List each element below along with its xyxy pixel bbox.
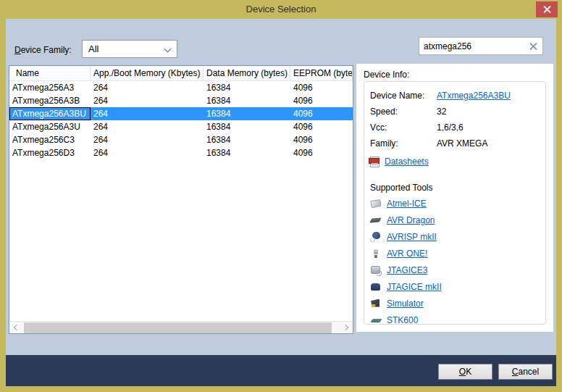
ok-button[interactable]: OK bbox=[438, 364, 492, 380]
device-family-label: Device Family: bbox=[14, 45, 72, 55]
window-title: Device Selection bbox=[0, 4, 562, 14]
atmel-ice-icon bbox=[370, 198, 382, 209]
horizontal-scrollbar[interactable] bbox=[9, 321, 353, 333]
jtagice-mkii-icon bbox=[370, 281, 382, 293]
cancel-button[interactable]: Cancel bbox=[498, 364, 553, 380]
table-cell: 4096 bbox=[290, 94, 353, 107]
table-cell: 16384 bbox=[204, 94, 290, 107]
device-name-link[interactable]: ATxmega256A3BU bbox=[437, 91, 511, 101]
field-value: 32 bbox=[437, 107, 446, 117]
avrisp-mkii-icon bbox=[370, 231, 382, 243]
table-cell: 16384 bbox=[204, 133, 290, 146]
table-cell: 264 bbox=[91, 81, 204, 94]
device-family-select[interactable]: All bbox=[82, 40, 177, 58]
field-label: Family: bbox=[370, 138, 437, 149]
field-value: 1,6/3,6 bbox=[437, 122, 464, 133]
tool-row: AVR ONE! bbox=[370, 245, 540, 262]
table-cell: 264 bbox=[91, 120, 204, 133]
table-cell: 264 bbox=[91, 107, 204, 120]
table-cell: 264 bbox=[91, 146, 204, 159]
device-info-title: Device Info: bbox=[356, 64, 553, 80]
table-cell: 264 bbox=[91, 94, 204, 107]
supported-tools-list: Atmel-ICEAVR DragonAVRISP mkIIAVR ONE!JT… bbox=[370, 195, 540, 325]
title-bar: Device Selection bbox=[0, 0, 562, 19]
device-info-panel: Device Info: Device Name:ATxmega256A3BUS… bbox=[356, 64, 553, 332]
table-row[interactable]: ATxmega256C3264163844096 bbox=[9, 133, 353, 146]
simulator-icon bbox=[370, 298, 382, 309]
device-table-body: ATxmega256A3264163844096ATxmega256A3B264… bbox=[9, 81, 353, 159]
table-cell: 264 bbox=[91, 133, 204, 146]
stk600-icon bbox=[370, 314, 382, 325]
table-cell: 4096 bbox=[290, 107, 353, 120]
column-header[interactable]: App./Boot Memory (Kbytes) bbox=[91, 66, 204, 81]
tool-row: STK600 bbox=[370, 312, 540, 325]
device-table: NameApp./Boot Memory (Kbytes)Data Memory… bbox=[9, 65, 353, 334]
table-cell: 4096 bbox=[290, 81, 353, 94]
device-info-box: Device Name:ATxmega256A3BUSpeed:32Vcc:1,… bbox=[364, 81, 546, 325]
table-cell: 4096 bbox=[290, 146, 353, 159]
tool-link[interactable]: AVR Dragon bbox=[387, 215, 435, 225]
jtagice3-icon bbox=[370, 264, 382, 276]
tool-row: Simulator bbox=[370, 295, 540, 312]
table-row[interactable]: ATxmega256A3264163844096 bbox=[9, 81, 353, 94]
scrollbar-thumb[interactable] bbox=[24, 322, 332, 333]
column-header[interactable]: EEPROM (bytes) bbox=[290, 66, 353, 81]
tool-link[interactable]: AVRISP mkII bbox=[387, 232, 437, 242]
table-row[interactable]: ATxmega256A3BU264163844096 bbox=[9, 107, 353, 120]
field-label: Vcc: bbox=[370, 122, 437, 133]
table-cell: ATxmega256A3U bbox=[9, 120, 91, 133]
table-cell: ATxmega256C3 bbox=[9, 133, 91, 146]
table-cell: 16384 bbox=[204, 81, 290, 94]
search-input[interactable] bbox=[424, 38, 525, 54]
device-family-value: All bbox=[88, 43, 98, 54]
scroll-left-icon[interactable] bbox=[14, 325, 20, 330]
close-icon bbox=[543, 6, 551, 14]
table-cell: 4096 bbox=[290, 133, 353, 146]
tool-link[interactable]: JTAGICE mkII bbox=[387, 282, 442, 292]
column-header[interactable]: Name bbox=[9, 66, 91, 81]
table-cell: ATxmega256D3 bbox=[9, 146, 91, 159]
scroll-right-icon[interactable] bbox=[343, 325, 348, 330]
tool-link[interactable]: AVR ONE! bbox=[387, 249, 427, 259]
table-cell: 4096 bbox=[290, 120, 353, 133]
device-fields: Device Name:ATxmega256A3BUSpeed:32Vcc:1,… bbox=[370, 88, 540, 151]
table-row[interactable]: ATxmega256D3264163844096 bbox=[9, 146, 353, 159]
table-cell: ATxmega256A3B bbox=[9, 94, 91, 107]
tool-row: JTAGICE3 bbox=[370, 262, 540, 278]
field-label: Device Name: bbox=[370, 91, 437, 101]
datasheets-link[interactable]: Datasheets bbox=[385, 157, 429, 167]
search-box bbox=[419, 37, 543, 55]
tool-link[interactable]: JTAGICE3 bbox=[387, 265, 427, 275]
dialog-body: Device Family: All NameApp./Boot Memory … bbox=[6, 19, 556, 386]
device-field-row: Family:AVR XMEGA bbox=[370, 135, 540, 151]
tool-link[interactable]: Simulator bbox=[387, 299, 424, 309]
footer-bar: OK Cancel bbox=[6, 355, 556, 386]
device-field-row: Vcc:1,6/3,6 bbox=[370, 120, 540, 135]
table-row[interactable]: ATxmega256A3B264163844096 bbox=[9, 94, 353, 107]
chevron-down-icon bbox=[164, 46, 172, 53]
clear-search-icon[interactable] bbox=[529, 42, 537, 50]
table-cell: 16384 bbox=[204, 146, 290, 159]
table-cell: 16384 bbox=[204, 120, 290, 133]
table-cell: ATxmega256A3 bbox=[9, 81, 91, 94]
tool-link[interactable]: Atmel-ICE bbox=[387, 199, 427, 209]
pdf-icon bbox=[370, 157, 379, 167]
table-cell: 16384 bbox=[204, 107, 290, 120]
column-header[interactable]: Data Memory (bytes) bbox=[204, 66, 290, 81]
avr-dragon-icon bbox=[370, 214, 382, 226]
tool-row: AVRISP mkII bbox=[370, 228, 540, 245]
table-cell: ATxmega256A3BU bbox=[9, 107, 91, 120]
field-label: Speed: bbox=[370, 107, 437, 117]
tool-row: Atmel-ICE bbox=[370, 195, 540, 212]
avr-one-icon bbox=[370, 248, 382, 259]
supported-tools-title: Supported Tools bbox=[370, 180, 540, 195]
table-row[interactable]: ATxmega256A3U264163844096 bbox=[9, 120, 353, 133]
close-button[interactable] bbox=[536, 1, 558, 17]
device-selection-dialog: Device Selection Device Family: All Name… bbox=[0, 0, 562, 392]
tool-link[interactable]: STK600 bbox=[387, 315, 418, 325]
tool-row: JTAGICE mkII bbox=[370, 278, 540, 295]
field-value: AVR XMEGA bbox=[437, 138, 487, 149]
datasheets-row: Datasheets bbox=[370, 153, 540, 170]
device-table-header: NameApp./Boot Memory (Kbytes)Data Memory… bbox=[9, 66, 353, 81]
device-field-row: Device Name:ATxmega256A3BU bbox=[370, 88, 540, 104]
